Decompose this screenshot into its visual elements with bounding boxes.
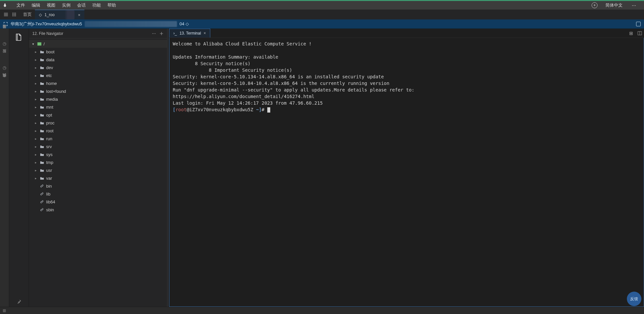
chevron-right-icon: ▸ [35, 145, 38, 148]
folder-icon [40, 113, 44, 117]
tree-item[interactable]: ▸usr [29, 166, 167, 174]
symlink-icon [40, 192, 44, 196]
folder-icon [40, 50, 44, 54]
terminal-tab-icon: ◇ [39, 13, 42, 17]
menu-item-6[interactable]: 帮助 [104, 1, 119, 10]
tree-item[interactable]: ▸lib [29, 190, 167, 198]
folder-icon [40, 90, 44, 93]
folder-icon [40, 153, 44, 156]
file-tree: ▾ / ▸boot▸data▸dev▸etc▸home▸lost+found▸m… [29, 39, 167, 307]
chevron-right-icon: ▸ [35, 50, 38, 54]
chevron-down-icon: ▾ [32, 42, 35, 46]
clock-icon-2: ◷ [3, 65, 6, 70]
more-icon[interactable]: ⋯ [630, 1, 637, 10]
tree-item-label: media [46, 97, 58, 102]
close-tab-icon[interactable]: × [78, 13, 80, 17]
menu-toggle-icon[interactable] [3, 12, 9, 17]
file-navigator-panel: 12. File Navigator ⋯ ▾ / ▸boot▸data▸dev▸… [29, 29, 167, 307]
menu-item-5[interactable]: 功能 [89, 1, 104, 10]
workspace: 消息通知 ◷ 监控 ◷ 查找实例 12. File Navigator ⋯ ▾ [0, 29, 644, 307]
blurred-connection [85, 21, 177, 27]
tree-item[interactable]: ▸sys [29, 150, 167, 158]
buddy-item-monitor[interactable]: 监控 [2, 55, 7, 56]
tree-item[interactable]: ▸dev [29, 64, 167, 71]
tree-item[interactable]: ▸proc [29, 119, 167, 127]
buddy-item-notifications[interactable]: 消息通知 [2, 31, 7, 32]
add-file-icon[interactable] [159, 31, 164, 36]
more-icon[interactable]: ⋯ [152, 31, 156, 36]
folder-icon [40, 105, 44, 109]
session-tab[interactable]: ◇ 1_roo × [35, 10, 84, 19]
terminal-tabs-row: ›_ 13. Terminal × ⊞ [169, 29, 644, 38]
menu-item-1[interactable]: 编辑 [28, 1, 44, 10]
tree-item[interactable]: ▸var [29, 174, 167, 182]
pin-icon[interactable] [16, 299, 22, 304]
chevron-right-icon: ▸ [35, 90, 38, 93]
tree-item[interactable]: ▸home [29, 79, 167, 87]
chevron-right-icon: ▸ [35, 105, 38, 109]
chevron-right-icon: ▸ [35, 137, 38, 141]
status-left-icon[interactable]: ▥ [3, 308, 6, 313]
chevron-right-icon: ▸ [35, 169, 38, 172]
menu-item-2[interactable]: 视图 [44, 1, 59, 10]
tree-item[interactable]: ▸media [29, 95, 167, 103]
tree-item[interactable]: ▸sbin [29, 206, 167, 214]
tree-item-label: sbin [46, 207, 54, 212]
menu-item-3[interactable]: 实例 [59, 1, 74, 10]
tree-item[interactable]: ▸lib64 [29, 198, 167, 206]
terminal-tab-label: 13. Terminal [180, 31, 201, 36]
connection-text: 华南3(广州)i-7xv70nveuzkqbybxdwu5 [11, 21, 82, 27]
tree-item[interactable]: ▸mnt [29, 103, 167, 111]
apps-icon[interactable] [12, 12, 16, 17]
close-terminal-tab-icon[interactable]: × [204, 31, 206, 36]
tree-item[interactable]: ▸bin [29, 182, 167, 190]
tree-item[interactable]: ▸root [29, 127, 167, 135]
terminal-output[interactable]: Welcome to Alibaba Cloud Elastic Compute… [169, 38, 644, 307]
chevron-right-icon: ▸ [35, 153, 38, 156]
tree-item[interactable]: ▸lost+found [29, 87, 167, 95]
folder-icon [40, 74, 44, 77]
tree-item[interactable]: ▸data [29, 56, 167, 64]
menu-item-0[interactable]: 文件 [13, 1, 28, 10]
tree-item-label: lost+found [46, 89, 66, 94]
tree-root[interactable]: ▾ / [29, 40, 167, 48]
tree-item[interactable]: ▸run [29, 135, 167, 143]
file-navigator-activity-icon[interactable] [13, 31, 26, 44]
blurred-label [65, 10, 74, 19]
symlink-icon [40, 200, 44, 204]
fullscreen-icon[interactable] [3, 22, 8, 26]
tree-item-label: mnt [46, 105, 53, 110]
language-switcher[interactable]: 简体中文 [602, 1, 626, 10]
chevron-right-icon: ▸ [35, 113, 38, 117]
chevron-right-icon: ▸ [35, 129, 38, 133]
tree-item-label: etc [46, 73, 52, 78]
tree-item[interactable]: ▸boot [29, 48, 167, 56]
chevron-right-icon: ▸ [35, 82, 38, 85]
add-session-icon[interactable]: + [592, 2, 598, 8]
tree-item-label: lib64 [46, 199, 55, 204]
tree-item-label: run [46, 136, 52, 141]
main-editor-area: ›_ 13. Terminal × ⊞ Welcome to Alibaba C… [169, 29, 644, 307]
feedback-button[interactable]: 反馈 [627, 292, 641, 306]
chevron-right-icon: ▸ [35, 161, 38, 164]
terminal-tab[interactable]: ›_ 13. Terminal × [169, 29, 210, 38]
folder-icon [40, 169, 44, 172]
buddy-item-find[interactable]: 查找实例 [2, 79, 7, 81]
tree-item-label: data [46, 57, 54, 62]
tree-item[interactable]: ▸opt [29, 111, 167, 119]
tree-item-label: dev [46, 65, 53, 70]
tree-item[interactable]: ▸tmp [29, 158, 167, 166]
tree-item-label: var [46, 176, 52, 181]
file-navigator-title: 12. File Navigator [32, 31, 149, 36]
menu-item-4[interactable]: 会话 [74, 1, 89, 10]
split-pane-icon[interactable] [635, 29, 644, 38]
folder-icon [40, 66, 44, 69]
expand-conn-icon[interactable] [636, 22, 641, 26]
tree-item[interactable]: ▸srv [29, 143, 167, 150]
tree-item-label: lib [46, 192, 50, 196]
home-tab[interactable]: 首页 [20, 10, 35, 19]
tree-item[interactable]: ▸etc [29, 71, 167, 79]
new-terminal-icon[interactable]: ⊞ [627, 29, 635, 38]
chevron-right-icon: ▸ [35, 97, 38, 101]
tree-item-label: tmp [46, 160, 53, 165]
